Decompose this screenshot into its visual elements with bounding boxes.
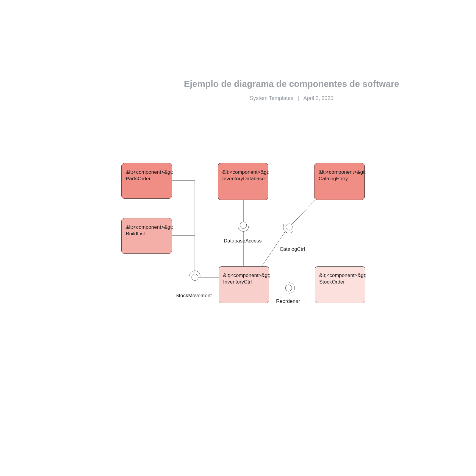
interface-label-catalog-ctrl: CatalogCtrl [280, 246, 305, 252]
component-stock-order: &lt;<component>&gt; StockOrder [315, 266, 365, 303]
stereotype-label: &lt;<component>&gt; [222, 169, 264, 175]
svg-point-5 [191, 275, 198, 282]
svg-point-3 [195, 272, 202, 279]
component-name: CatalogEntry [319, 176, 360, 182]
svg-line-26 [291, 200, 315, 225]
svg-point-21 [192, 274, 198, 281]
svg-rect-4 [167, 167, 226, 295]
stereotype-label: &lt;<component>&gt; [223, 273, 265, 278]
svg-point-31 [286, 224, 292, 230]
separator: | [298, 95, 299, 101]
svg-point-13 [192, 275, 198, 281]
date-text: April 2, 2025 [303, 95, 333, 101]
component-inventory-ctrl: &lt;<component>&gt; InventoryCtrl [219, 266, 269, 303]
title-text: Ejemplo de diagrama de componentes de so… [149, 79, 434, 89]
interface-label-database-access: DatabaseAccess [224, 238, 262, 244]
page-subtitle: System Templates | April 2, 2025 [149, 95, 434, 101]
component-name: PartsOrder [126, 176, 167, 182]
component-parts-order: &lt;<component>&gt; PartsOrder [121, 163, 172, 199]
component-inventory-database: &lt;<component>&gt; InventoryDatabase [218, 163, 268, 200]
svg-line-30 [292, 200, 315, 225]
svg-point-10 [192, 275, 198, 281]
diagram-canvas: Ejemplo de diagrama de componentes de so… [0, 0, 476, 476]
svg-point-34 [285, 285, 292, 291]
stereotype-label: &lt;<component>&gt; [126, 169, 167, 175]
stereotype-label: &lt;<component>&gt; [126, 224, 167, 230]
stereotype-label: &lt;<component>&gt; [319, 169, 360, 175]
page-title: Ejemplo de diagrama de componentes de so… [149, 79, 434, 92]
interface-label-reorder: Reordenar [276, 298, 300, 304]
component-name: BuildList [126, 231, 167, 237]
author-text: System Templates [250, 95, 293, 101]
component-catalog-entry: &lt;<component>&gt; CatalogEntry [314, 163, 365, 200]
svg-point-27 [285, 224, 292, 231]
stereotype-label: &lt;<component>&gt; [319, 273, 361, 278]
component-name: StockOrder [319, 279, 361, 285]
component-name: InventoryDatabase [222, 176, 264, 182]
component-build-list: &lt;<component>&gt; BuildList [121, 218, 172, 254]
interface-label-stock-movement: StockMovement [176, 293, 212, 299]
component-name: InventoryCtrl [223, 279, 265, 285]
svg-rect-12 [196, 268, 220, 292]
svg-point-24 [240, 222, 247, 228]
